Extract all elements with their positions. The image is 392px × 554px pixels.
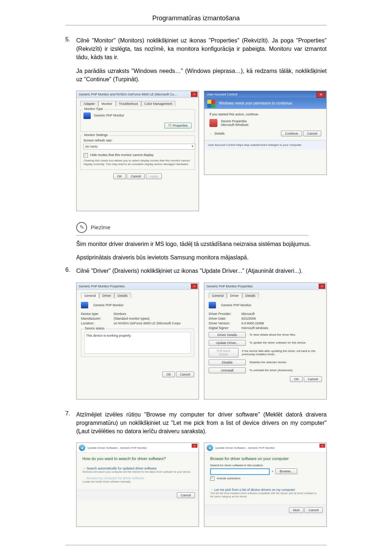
monitor-icon (81, 302, 88, 308)
option-pick-from-list[interactable]: → Let me pick from a list of device driv… (210, 488, 320, 498)
search-location-label: Search for driver software in this locat… (210, 464, 320, 467)
update-driver-button[interactable]: Update Driver... (209, 340, 246, 346)
option-pick-title: Let me pick from a list of device driver… (215, 488, 295, 492)
include-subfolders-label: Include subfolders (217, 477, 240, 480)
device-name: Generic PnP Monitor (93, 303, 123, 307)
tab-adapter[interactable]: Adapter (80, 101, 98, 106)
details-toggle[interactable]: Details (215, 132, 225, 135)
step-number: 6. (65, 267, 76, 275)
option-search-auto-sub: Windows will search your computer and th… (82, 470, 193, 473)
close-icon[interactable]: × (319, 444, 325, 448)
cancel-button[interactable]: Cancel (176, 372, 194, 377)
driver-details-desc: To view details about the driver files. (249, 333, 296, 336)
option-search-auto-title: Search automatically for updated driver … (87, 467, 157, 470)
uac-footer: User Account Control helps stop unauthor… (204, 140, 326, 149)
cancel-button[interactable]: Cancel (177, 492, 195, 498)
disable-desc: Disables the selected device. (249, 361, 287, 364)
step-number: 5. (65, 36, 76, 83)
option-pick-sub: This list will show installed driver sof… (210, 492, 320, 498)
update-driver-desc: To update the driver software for this d… (249, 341, 306, 344)
tab-details[interactable]: Details (242, 293, 259, 298)
cancel-button[interactable]: Cancel (305, 507, 323, 513)
screenshot-uac-dialog: User Account Control ✕ Windows needs you… (204, 91, 327, 175)
refresh-rate-select[interactable]: 60 Hertz (83, 144, 195, 149)
uac-line1: If you started this action, continue. (209, 112, 321, 116)
tab-details[interactable]: Details (114, 293, 131, 298)
wizard-breadcrumb: Update Driver Software - Generic PnP Mon… (87, 446, 147, 450)
dialog-title-bar: Generic PnP Monitor Properties × (77, 283, 199, 290)
roll-back-driver-desc: If the device fails after updating the d… (242, 349, 322, 356)
roll-back-driver-button[interactable]: Roll Back Driver (209, 348, 238, 357)
include-subfolders-checkbox[interactable] (210, 476, 215, 481)
hide-modes-checkbox[interactable] (83, 153, 88, 157)
hide-modes-label: Hide modes that this monitor cannot disp… (90, 153, 154, 157)
tab-color-management[interactable]: Color Management (141, 101, 176, 106)
monitor-icon (83, 112, 91, 119)
ok-button[interactable]: OK (290, 376, 303, 382)
step5-line2: Ja parādās uzraksts "Windows needs…" (Wi… (76, 67, 327, 83)
screenshot-props-general: Generic PnP Monitor Properties × General… (76, 283, 199, 399)
digital-signer-label: Digital Signer: (209, 326, 241, 330)
driver-version-value: 6.0.6000.16386 (241, 321, 264, 325)
uac-program-name: Device Properties (221, 119, 249, 123)
location-input[interactable] (210, 468, 270, 475)
screenshot-row-1: Generic PnP Monitor and NVIDIA GeForce 6… (76, 91, 327, 211)
tab-driver[interactable]: Driver (99, 293, 114, 298)
step-text: Atzīmējiet izvēles rūtiņu "Browse my com… (76, 410, 327, 436)
step-text: Cilnē "Monitor" (Monitors) noklikšķiniet… (76, 36, 327, 83)
device-status-label: Device status (83, 327, 106, 330)
step-7: 7. Atzīmējiet izvēles rūtiņu "Browse my … (65, 410, 327, 436)
apply-button[interactable]: Apply (146, 173, 162, 179)
step5-line1: Cilnē "Monitor" (Monitors) noklikšķiniet… (76, 37, 327, 60)
close-icon[interactable]: ✕ (317, 92, 325, 98)
disable-button[interactable]: Disable (209, 360, 246, 365)
step-text: Cilnē "Driver" (Draiveris) noklikšķiniet… (76, 267, 303, 275)
tab-general[interactable]: General (81, 293, 99, 298)
monitor-name: Generic PnP Monitor (94, 114, 124, 117)
step-6: 6. Cilnē "Driver" (Draiveris) noklikšķin… (65, 267, 327, 275)
wizard-heading: How do you want to search for driver sof… (77, 453, 199, 462)
device-type-value: Monitors (114, 312, 126, 316)
close-icon[interactable]: × (192, 444, 197, 448)
close-icon[interactable]: × (191, 92, 197, 97)
tab-monitor[interactable]: Monitor (98, 101, 116, 106)
dialog-title: Generic PnP Monitor Properties (207, 284, 253, 288)
back-icon[interactable]: ◄ (207, 444, 213, 451)
page-title: Programmatūras izmantošana (65, 15, 327, 25)
option-browse-title: Browse my computer for driver software (87, 476, 144, 480)
wizard-breadcrumb: Update Driver Software - Generic PnP Mon… (215, 446, 275, 450)
back-icon[interactable]: ◄ (79, 444, 85, 451)
cancel-button[interactable]: Cancel (127, 173, 145, 179)
step-number: 7. (65, 410, 76, 436)
next-button[interactable]: Next (289, 507, 304, 513)
close-icon[interactable]: × (191, 284, 197, 289)
dialog-title-bar: Generic PnP Monitor Properties × (204, 283, 326, 290)
close-icon[interactable]: × (319, 284, 325, 289)
digital-signer-value: microsoft windows (241, 326, 268, 330)
ok-button[interactable]: OK (162, 372, 175, 377)
driver-provider-label: Driver Provider: (209, 312, 241, 316)
screenshot-row-3: × ◄ Update Driver Software - Generic PnP… (76, 443, 327, 527)
ok-button[interactable]: OK (113, 173, 126, 179)
driver-details-button[interactable]: Driver Details (209, 332, 246, 338)
tab-general[interactable]: General (209, 293, 227, 298)
properties-button[interactable]: 🛡 Properties (164, 123, 192, 128)
note-title: Piezīme (91, 224, 110, 230)
chevron-down-icon[interactable]: ⌄ (209, 132, 212, 135)
tab-troubleshoot[interactable]: Troubleshoot (116, 101, 141, 106)
dropdown-icon[interactable]: ▾ (272, 470, 273, 473)
tab-driver[interactable]: Driver (227, 293, 242, 298)
uninstall-button[interactable]: Uninstall (209, 368, 246, 373)
screenshot-wizard-search: × ◄ Update Driver Software - Generic PnP… (76, 443, 199, 527)
device-properties-icon (209, 119, 217, 127)
continue-button[interactable]: Continue (281, 131, 302, 136)
driver-version-label: Driver Version: (209, 321, 241, 325)
uac-title: User Account Control (207, 93, 237, 96)
option-browse-computer[interactable]: → Browse my computer for driver software… (82, 476, 193, 483)
dialog-title: Generic PnP Monitor Properties (79, 284, 125, 288)
option-search-auto[interactable]: → Search automatically for updated drive… (82, 467, 193, 473)
cancel-button[interactable]: Cancel (303, 131, 321, 136)
browse-button[interactable]: Browse... (275, 468, 297, 474)
uac-publisher: Microsoft Windows (221, 123, 249, 127)
cancel-button[interactable]: Cancel (304, 376, 322, 382)
